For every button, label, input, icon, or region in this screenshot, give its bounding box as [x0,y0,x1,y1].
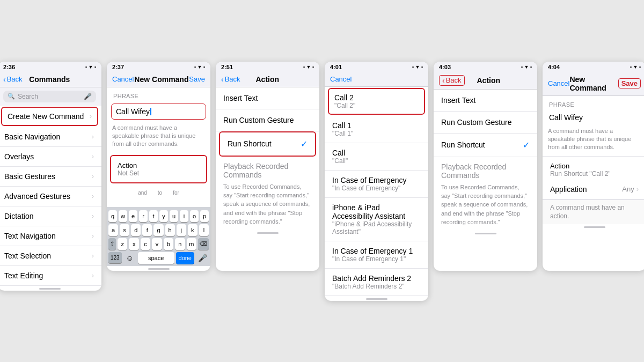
run-custom-gesture-item[interactable]: Run Custom Gesture [216,109,319,131]
key-v[interactable]: v [152,238,162,250]
save-button-6[interactable]: Save [618,78,641,88]
save-button-2[interactable]: Save [189,75,205,83]
search-input-1[interactable]: 🔍 Search 🎤 [3,91,96,102]
key-o[interactable]: o [190,210,199,222]
time-3: 2:51 [221,64,233,70]
result-call2-item[interactable]: Call 2 "Call 2" [328,88,425,115]
time-2: 2:37 [112,64,124,70]
nav-bar-6: Cancel New Command Save [543,72,644,96]
app-chevron-6: › [636,185,639,193]
advanced-gestures-item[interactable]: Advanced Gestures › [0,187,101,206]
text-editing-item[interactable]: Text Editing › [0,266,101,286]
nav-bar-4: Cancel [325,72,428,87]
run-shortcut-item-5[interactable]: Run Shortcut ✓ [434,134,537,157]
key-q[interactable]: q [108,210,117,222]
phrase-input-2[interactable]: Call Wifey [111,104,206,120]
key-e[interactable]: e [129,210,137,222]
key-i[interactable]: i [180,210,188,222]
search-bar-1[interactable]: 🔍 Search 🎤 [0,87,101,106]
key-c[interactable]: c [141,238,150,250]
run-custom-gesture-item-5[interactable]: Run Custom Gesture [434,112,537,134]
text-navigation-item[interactable]: Text Navigation › [0,226,101,246]
key-f[interactable]: f [142,224,152,236]
action-value-6: Run Shortcut "Call 2" [550,170,639,178]
key-u[interactable]: u [170,210,178,222]
status-bar-5: 4:03 ▪ ▼ ▪ [434,62,537,72]
key-w[interactable]: w [119,210,127,222]
nav-bar-1: ‹ Back Commands [0,72,101,87]
back-button-1[interactable]: ‹ Back [3,75,23,84]
back-button-3[interactable]: ‹ Back [221,75,240,84]
key-z[interactable]: z [118,238,127,250]
result-ipad-item[interactable]: iPhone & iPad Accessibility Assistant "i… [325,198,428,241]
key-x[interactable]: x [129,238,138,250]
run-shortcut-check-5: ✓ [523,140,530,150]
action-label-6: Action [550,162,639,170]
run-shortcut-item[interactable]: Run Shortcut ✓ [219,131,316,157]
signal-icons-6: ▪ ▼ ▪ [630,64,641,70]
key-y[interactable]: y [159,210,168,222]
action-row-6[interactable]: Action Run Shortcut "Call 2" [543,156,644,180]
key-shift[interactable]: ⇧ [108,238,116,250]
action-not-set-2[interactable]: Action Not Set [110,155,207,183]
basic-gestures-item[interactable]: Basic Gestures › [0,167,101,187]
dictation-item[interactable]: Dictation › [0,206,101,226]
insert-text-item-5[interactable]: Insert Text [434,90,537,112]
key-nums[interactable]: 123 [108,252,122,263]
scrollbar-1 [39,288,61,290]
error-message-6: A command must have an action. [550,204,625,220]
key-r[interactable]: r [139,210,148,222]
key-backspace[interactable]: ⌫ [198,238,209,250]
signal-icons-4: ▪ ▼ ▪ [412,64,423,70]
result-call-item[interactable]: Call "Call" [325,143,428,171]
status-bar-2: 2:37 ▪ ▼ ▪ [107,62,210,72]
cancel-button-2[interactable]: Cancel [112,75,134,83]
status-bar-4: 4:01 ▪ ▼ ▪ [325,62,428,72]
nav-bar-5: ‹ Back Action [434,72,537,90]
keyboard-row-1: q w e r t y u i o p [108,210,209,222]
create-new-command-item[interactable]: Create New Command › [1,107,98,126]
key-b[interactable]: b [164,238,173,250]
text-selection-item[interactable]: Text Selection › [0,246,101,266]
phrase-helper-6: A command must have a speakable phrase t… [543,125,644,156]
result-emergency1-item[interactable]: In Case of Emergency 1 "In Case of Emerg… [325,241,428,269]
cancel-button-4[interactable]: Cancel [330,75,352,83]
scrollbar-3 [257,232,279,234]
back-chevron-3: ‹ [221,75,224,84]
phrase-helper-2: A command must have a speakable phrase t… [107,122,210,153]
insert-text-item[interactable]: Insert Text [216,87,319,109]
screen-6: 4:04 ▪ ▼ ▪ Cancel New Command Save PHRAS… [543,62,644,271]
result-call1-item[interactable]: Call 1 "Call 1" [325,116,428,143]
key-g[interactable]: g [153,224,163,236]
search-icon-1: 🔍 [8,93,15,100]
application-row-6[interactable]: Application Any › [543,180,644,200]
key-j[interactable]: j [177,224,186,236]
key-m[interactable]: m [187,238,196,250]
overlays-item[interactable]: Overlays › [0,147,101,167]
key-p[interactable]: p [200,210,209,222]
key-n[interactable]: n [175,238,185,250]
key-done[interactable]: done [176,252,194,264]
key-space[interactable]: space [138,252,174,264]
time-4: 4:01 [330,64,342,70]
back-button-5[interactable]: ‹ Back [439,75,465,86]
key-a[interactable]: a [108,224,118,236]
back-chevron-1: ‹ [3,75,6,84]
key-k[interactable]: k [188,224,197,236]
key-h[interactable]: h [165,224,175,236]
key-s[interactable]: s [120,224,129,236]
back-chevron-5: ‹ [442,76,445,85]
screenshots-container: 2:36 ▪ ▼ ▪ ‹ Back Commands 🔍 Search 🎤 Cr… [0,46,644,317]
key-t[interactable]: t [149,210,158,222]
result-emergency-item[interactable]: In Case of Emergency "In Case of Emergen… [325,171,428,198]
key-l[interactable]: l [199,224,209,236]
key-mic[interactable]: 🎤 [196,254,209,262]
signal-icons-2: ▪ ▼ ▪ [194,64,205,70]
search-placeholder-1: Search [18,93,38,100]
nav-title-2: New Command [134,75,188,84]
key-emoji[interactable]: ☺ [123,254,136,262]
result-batch-item[interactable]: Batch Add Reminders 2 "Batch Add Reminde… [325,269,428,296]
key-d[interactable]: d [131,224,141,236]
cancel-button-6[interactable]: Cancel [548,79,569,87]
basic-navigation-item[interactable]: Basic Navigation › [0,127,101,147]
